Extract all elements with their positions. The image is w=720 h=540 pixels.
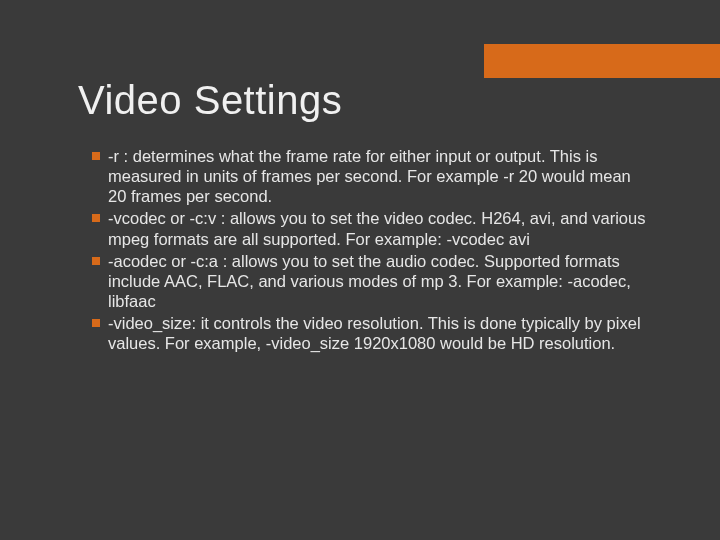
bullet-icon	[92, 257, 100, 265]
bullet-icon	[92, 319, 100, 327]
slide: Video Settings -r : determines what the …	[0, 0, 720, 540]
bullet-text: -acodec or -c:a : allows you to set the …	[108, 251, 650, 311]
list-item: -acodec or -c:a : allows you to set the …	[92, 251, 650, 311]
list-item: -video_size: it controls the video resol…	[92, 313, 650, 353]
list-item: -vcodec or -c:v : allows you to set the …	[92, 208, 650, 248]
list-item: -r : determines what the frame rate for …	[92, 146, 650, 206]
bullet-text: -vcodec or -c:v : allows you to set the …	[108, 208, 650, 248]
bullet-text: -video_size: it controls the video resol…	[108, 313, 650, 353]
bullet-text: -r : determines what the frame rate for …	[108, 146, 650, 206]
accent-bar	[484, 44, 720, 78]
bullet-icon	[92, 152, 100, 160]
bullet-icon	[92, 214, 100, 222]
slide-title: Video Settings	[78, 78, 342, 123]
slide-body: -r : determines what the frame rate for …	[92, 146, 650, 355]
